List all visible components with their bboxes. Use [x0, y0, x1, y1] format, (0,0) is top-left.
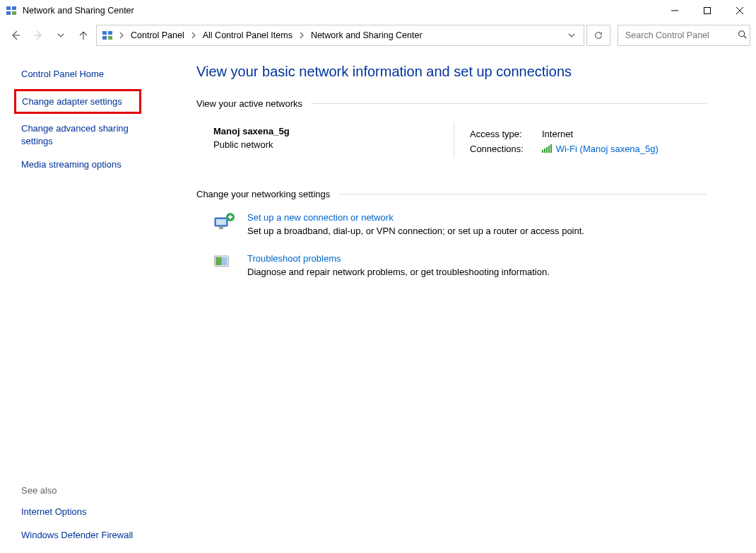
- chevron-right-icon[interactable]: [189, 32, 199, 39]
- svg-rect-2: [6, 11, 11, 15]
- divider: [338, 194, 707, 194]
- back-button[interactable]: [6, 25, 25, 45]
- network-type: Public network: [213, 139, 439, 150]
- sidebar: Control Panel Home Change adapter settin…: [0, 50, 163, 553]
- section-change-settings: Change your networking settings: [196, 189, 707, 199]
- setup-connection-desc: Set up a broadband, dial-up, or VPN conn…: [247, 226, 584, 236]
- svg-rect-5: [704, 8, 711, 14]
- svg-rect-3: [12, 11, 16, 15]
- svg-rect-19: [548, 146, 550, 153]
- svg-rect-1: [12, 6, 16, 10]
- sidebar-windows-defender-firewall[interactable]: Windows Defender Firewall: [21, 529, 154, 542]
- svg-rect-29: [215, 257, 221, 266]
- setup-connection-icon: [213, 212, 237, 233]
- troubleshoot-link[interactable]: Troubleshoot problems: [247, 253, 550, 264]
- access-type-label: Access type:: [470, 127, 541, 141]
- forward-button[interactable]: [28, 25, 48, 45]
- wifi-signal-icon: [542, 144, 552, 155]
- svg-rect-17: [544, 149, 545, 153]
- section-active-networks: View your active networks: [196, 98, 707, 109]
- svg-rect-13: [108, 36, 112, 40]
- svg-rect-11: [108, 31, 112, 35]
- network-identity: Manoj saxena_5g Public network: [213, 122, 454, 158]
- maximize-button[interactable]: [691, 0, 723, 21]
- svg-point-14: [739, 30, 745, 36]
- setup-connection-link[interactable]: Set up a new connection or network: [247, 212, 584, 223]
- close-button[interactable]: [723, 0, 756, 21]
- task-troubleshoot: Troubleshoot problems Diagnose and repai…: [196, 253, 707, 277]
- section-change-label: Change your networking settings: [196, 189, 330, 199]
- network-name: Manoj saxena_5g: [213, 126, 439, 136]
- see-also-label: See also: [21, 485, 154, 496]
- highlight-box: Change adapter settings: [14, 89, 141, 115]
- svg-rect-23: [219, 227, 223, 229]
- breadcrumb-all-items[interactable]: All Control Panel Items: [200, 30, 295, 40]
- chevron-right-icon[interactable]: [297, 32, 307, 39]
- svg-rect-0: [6, 6, 11, 10]
- active-network-row: Manoj saxena_5g Public network Access ty…: [196, 122, 707, 158]
- section-active-label: View your active networks: [196, 98, 302, 109]
- troubleshoot-desc: Diagnose and repair network problems, or…: [247, 267, 550, 277]
- sidebar-media-streaming[interactable]: Media streaming options: [21, 158, 154, 171]
- up-button[interactable]: [73, 25, 93, 45]
- titlebar: Network and Sharing Center: [0, 0, 756, 21]
- breadcrumb-network-sharing[interactable]: Network and Sharing Center: [308, 30, 425, 40]
- location-icon: [101, 29, 114, 42]
- access-type-value: Internet: [542, 127, 663, 141]
- breadcrumb-control-panel[interactable]: Control Panel: [128, 30, 187, 40]
- sidebar-change-adapter-settings[interactable]: Change adapter settings: [22, 95, 134, 108]
- address-dropdown-button[interactable]: [562, 25, 581, 45]
- content: Control Panel Home Change adapter settin…: [0, 50, 756, 553]
- address-bar[interactable]: Control Panel All Control Panel Items Ne…: [96, 25, 584, 46]
- svg-rect-26: [230, 215, 231, 219]
- sidebar-change-advanced-sharing[interactable]: Change advanced sharing settings: [21, 122, 154, 147]
- page-title: View your basic network information and …: [196, 64, 707, 80]
- svg-line-15: [744, 35, 747, 38]
- window-title: Network and Sharing Center: [23, 6, 134, 16]
- troubleshoot-icon: [213, 253, 237, 274]
- chevron-right-icon[interactable]: [117, 32, 126, 39]
- svg-rect-12: [102, 36, 107, 40]
- svg-rect-16: [542, 150, 543, 153]
- search-icon[interactable]: [738, 30, 748, 42]
- svg-rect-18: [546, 147, 548, 153]
- svg-rect-22: [216, 219, 226, 225]
- app-icon: [6, 5, 17, 16]
- refresh-button[interactable]: [586, 25, 610, 46]
- network-details: Access type: Internet Connections: Wi-Fi…: [468, 122, 664, 158]
- minimize-button[interactable]: [658, 0, 691, 21]
- sidebar-internet-options[interactable]: Internet Options: [21, 506, 154, 518]
- vertical-divider: [454, 122, 454, 158]
- svg-rect-10: [102, 31, 107, 35]
- search-box[interactable]: [618, 25, 750, 46]
- main-panel: View your basic network information and …: [163, 50, 756, 553]
- divider: [311, 103, 707, 104]
- task-setup-connection: Set up a new connection or network Set u…: [196, 212, 707, 236]
- sidebar-control-panel-home[interactable]: Control Panel Home: [21, 68, 154, 81]
- toolbar: Control Panel All Control Panel Items Ne…: [0, 21, 756, 50]
- connection-link[interactable]: Wi-Fi (Manoj saxena_5g): [556, 144, 658, 154]
- search-input[interactable]: [624, 30, 738, 41]
- connections-label: Connections:: [470, 142, 541, 156]
- svg-rect-20: [550, 144, 552, 153]
- recent-locations-button[interactable]: [51, 25, 71, 45]
